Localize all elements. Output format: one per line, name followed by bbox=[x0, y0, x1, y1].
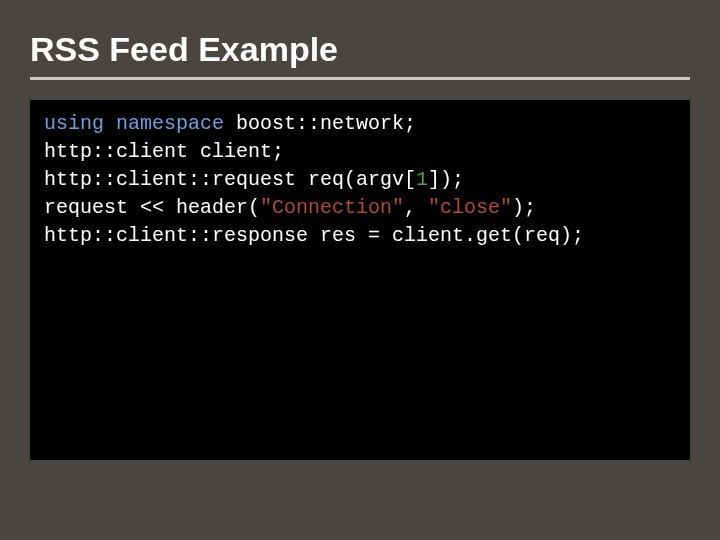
code-text: http::client::request req(argv[ bbox=[44, 168, 416, 191]
string-literal: "Connection" bbox=[260, 196, 404, 219]
code-line-4: request << header("Connection", "close")… bbox=[44, 196, 536, 219]
keyword-using: using bbox=[44, 112, 104, 135]
page-title: RSS Feed Example bbox=[30, 30, 690, 69]
title-underline bbox=[30, 77, 690, 80]
code-text: http::client::response res = client.get(… bbox=[44, 224, 584, 247]
number-literal: 1 bbox=[416, 168, 428, 191]
keyword-namespace: namespace bbox=[116, 112, 224, 135]
slide: RSS Feed Example using namespace boost::… bbox=[0, 0, 720, 540]
code-line-3: http::client::request req(argv[1]); bbox=[44, 168, 464, 191]
code-line-1: using namespace boost::network; bbox=[44, 112, 416, 135]
code-line-5: http::client::response res = client.get(… bbox=[44, 224, 584, 247]
code-text: ]); bbox=[428, 168, 464, 191]
code-text: ); bbox=[512, 196, 536, 219]
code-line-2: http::client client; bbox=[44, 140, 284, 163]
code-block: using namespace boost::network; http::cl… bbox=[30, 100, 690, 460]
code-text: http::client client; bbox=[44, 140, 284, 163]
code-text: , bbox=[404, 196, 428, 219]
string-literal: "close" bbox=[428, 196, 512, 219]
code-text: boost::network; bbox=[224, 112, 416, 135]
code-text: request << header( bbox=[44, 196, 260, 219]
